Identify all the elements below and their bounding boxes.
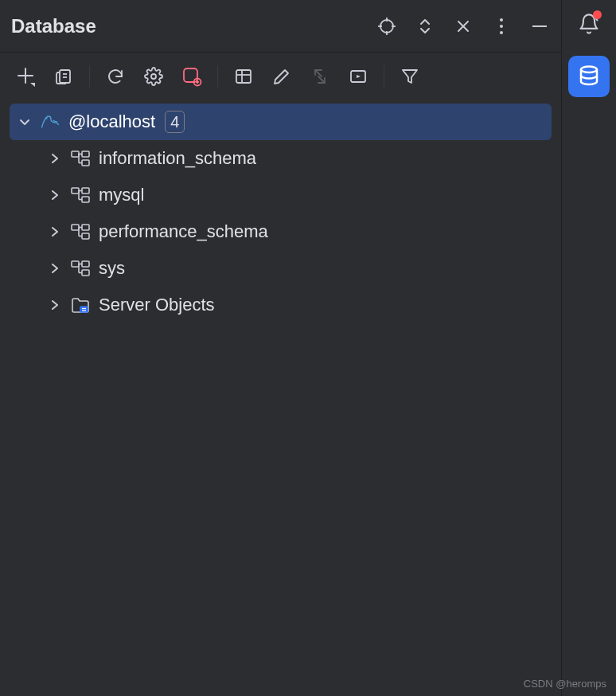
svg-rect-13 [60, 70, 70, 83]
database-tree: @localhost 4 information_schema mysql [0, 100, 561, 323]
toolbar-separator [384, 65, 384, 88]
schema-row[interactable]: performance_schema [40, 213, 552, 250]
notification-dot-icon [593, 10, 602, 19]
schema-icon [70, 223, 91, 240]
svg-rect-36 [72, 188, 79, 194]
close-icon[interactable] [451, 14, 475, 38]
disconnect-button[interactable] [174, 61, 209, 92]
schema-row[interactable]: sys [40, 250, 552, 287]
svg-rect-37 [82, 188, 89, 194]
more-icon[interactable] [489, 14, 513, 38]
database-tool-button[interactable] [568, 56, 610, 97]
target-icon[interactable] [375, 14, 399, 38]
svg-rect-49 [82, 261, 89, 267]
svg-marker-27 [357, 75, 361, 78]
right-rail [562, 0, 616, 696]
edit-button[interactable] [264, 61, 299, 92]
toolbar [0, 53, 561, 100]
svg-point-16 [151, 74, 156, 79]
schema-name: information_schema [99, 148, 256, 169]
run-console-button[interactable] [341, 61, 376, 92]
schema-icon [70, 150, 91, 167]
panel-header: Database [0, 0, 561, 53]
svg-rect-54 [80, 307, 88, 312]
schema-icon [70, 186, 91, 204]
schema-row[interactable]: information_schema [40, 140, 552, 177]
svg-marker-28 [403, 70, 417, 83]
chevron-right-icon[interactable] [48, 225, 62, 239]
svg-point-8 [500, 25, 503, 28]
toolbar-separator [89, 65, 90, 88]
schema-count-badge: 4 [165, 111, 185, 133]
schema-row[interactable]: mysql [40, 177, 552, 213]
header-actions [375, 14, 552, 38]
refresh-button[interactable] [98, 61, 133, 92]
svg-point-9 [500, 31, 503, 34]
panel-title: Database [11, 15, 96, 37]
svg-point-0 [380, 20, 393, 33]
connection-name: @localhost [68, 111, 155, 132]
settings-button[interactable] [136, 61, 171, 92]
svg-rect-43 [82, 225, 89, 230]
database-panel: Database [0, 0, 562, 696]
connection-row[interactable]: @localhost 4 [10, 104, 552, 140]
schema-name: sys [99, 258, 125, 279]
chevron-down-icon[interactable] [18, 115, 32, 129]
svg-line-25 [318, 76, 325, 83]
chevron-right-icon[interactable] [48, 298, 62, 312]
svg-point-7 [500, 18, 503, 22]
svg-rect-50 [82, 270, 89, 276]
schema-name: performance_schema [99, 221, 268, 242]
watermark: CSDN @heromps [524, 678, 606, 690]
duplicate-button[interactable] [46, 61, 81, 92]
table-view-button[interactable] [226, 61, 261, 92]
filter-button[interactable] [392, 61, 427, 92]
schema-name: mysql [99, 185, 144, 205]
jump-to-source-button [302, 61, 337, 92]
expand-collapse-icon[interactable] [413, 14, 437, 38]
svg-line-24 [315, 70, 322, 76]
schema-icon [70, 260, 91, 277]
folder-icon [70, 296, 91, 314]
add-button[interactable] [8, 61, 43, 92]
mysql-icon [40, 111, 60, 133]
notifications-button[interactable] [573, 8, 605, 40]
chevron-right-icon[interactable] [48, 188, 62, 202]
svg-rect-38 [82, 197, 89, 202]
schema-name: Server Objects [99, 295, 215, 315]
minimize-icon[interactable] [528, 14, 552, 38]
toolbar-separator [217, 65, 218, 88]
svg-rect-32 [82, 160, 89, 166]
chevron-right-icon[interactable] [48, 151, 62, 166]
schema-row[interactable]: Server Objects [40, 287, 552, 323]
svg-point-58 [581, 67, 597, 73]
svg-rect-21 [236, 70, 251, 83]
svg-point-29 [46, 118, 48, 119]
svg-rect-30 [72, 151, 79, 157]
svg-rect-48 [72, 261, 79, 267]
svg-rect-44 [82, 233, 89, 239]
chevron-right-icon[interactable] [48, 261, 62, 276]
svg-rect-42 [72, 225, 79, 230]
svg-rect-31 [82, 151, 89, 157]
